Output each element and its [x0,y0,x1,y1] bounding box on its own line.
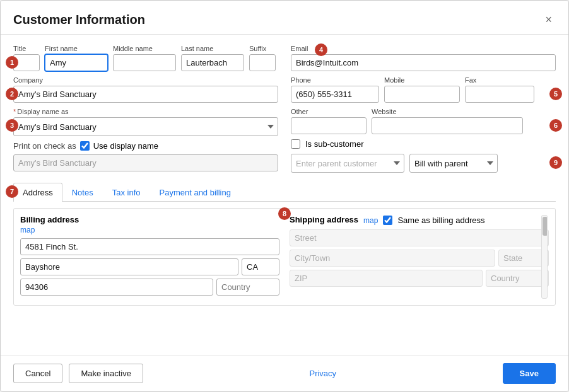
billing-street-input[interactable] [20,238,279,255]
print-check-row: Print on check as Use display name [13,141,278,151]
mobile-group: Mobile [384,76,460,103]
subcustomer-label: Is sub-customer [305,139,363,149]
tab-payment-billing[interactable]: Payment and billing [150,183,240,202]
lastname-group: Last name [181,45,244,71]
fax-label: Fax [465,76,534,84]
phone-group: Phone [291,76,379,103]
display-name-select[interactable]: Amy's Bird Sanctuary [13,117,278,136]
billing-zip-country-row [20,279,279,296]
suffix-label: Suffix [249,45,276,52]
title-input[interactable] [13,54,40,71]
subcustomer-checkbox[interactable] [291,139,300,149]
shipping-city-placeholder: City/Town [290,250,495,267]
print-check-label: Print on check as [13,141,76,151]
email-label: Email [291,45,556,52]
shipping-map-link[interactable]: map [363,216,378,225]
other-group: Other [291,108,367,134]
title-label: Title [13,45,40,52]
lastname-label: Last name [181,45,244,52]
middlename-label: Middle name [113,45,176,52]
modal-title: Customer Information [13,13,145,27]
cancel-button[interactable]: Cancel [13,364,62,383]
other-website-row: Other Website [291,108,556,134]
use-display-name-label: Use display name [93,141,158,151]
suffix-group: Suffix [249,45,276,71]
form-left: 1 Title First name Middle name [13,45,278,176]
form-top-section: 1 Title First name Middle name [13,45,556,176]
other-input[interactable] [291,117,367,134]
modal-body: 1 Title First name Middle name [1,35,568,355]
firstname-label: First name [45,45,108,52]
close-button[interactable]: × [541,12,556,28]
parent-customer-select[interactable]: Enter parent customer [291,154,404,173]
parent-row: Enter parent customer Bill with parent [291,154,556,173]
tab-notes[interactable]: Notes [62,183,103,202]
same-as-billing-label: Same as billing address [397,216,484,225]
address-section: Billing address map Shipping add [20,215,549,299]
billing-title: Billing address [20,215,279,224]
fax-input[interactable] [465,86,534,103]
lastname-input[interactable] [181,54,244,71]
same-as-billing-checkbox[interactable] [383,216,392,225]
firstname-group: First name [45,45,108,71]
suffix-input[interactable] [249,54,276,71]
company-group: Company [13,76,278,103]
mobile-input[interactable] [384,86,460,103]
shipping-address: Shipping address map Same as billing add… [290,215,549,299]
privacy-link[interactable]: Privacy [309,369,336,378]
billing-city-input[interactable] [20,258,238,275]
email-input[interactable] [291,54,556,71]
website-group: Website [372,108,523,134]
company-input[interactable] [13,86,278,103]
shipping-country-placeholder: Country [486,270,549,287]
tab-tax-info[interactable]: Tax info [103,183,150,202]
modal-header: Customer Information × [1,1,568,35]
billing-country-input[interactable] [216,279,279,296]
tabs-container: 7 Address Notes Tax info Payment and bil… [13,183,556,202]
form-right: 4 Email 5 Phone Mobile [291,45,556,176]
middlename-group: Middle name [113,45,176,71]
tab-address[interactable]: Address [13,183,62,202]
required-star: * [13,108,16,115]
phone-label: Phone [291,76,379,84]
email-group: Email [291,45,556,71]
firstname-input[interactable] [45,54,108,71]
shipping-title: Shipping address [290,215,358,224]
mobile-label: Mobile [384,76,460,84]
use-display-name-checkbox[interactable] [80,141,90,151]
tabs-bar: Address Notes Tax info Payment and billi… [13,183,556,202]
footer-left: Cancel Make inactive [13,364,143,383]
display-name-label: *Display name as [13,108,278,115]
subcustomer-row: Is sub-customer [291,139,556,149]
billing-map-link[interactable]: map [20,226,279,234]
print-check-input[interactable] [13,154,278,171]
title-group: Title [13,45,40,71]
billing-state-input[interactable] [242,258,279,275]
website-label: Website [372,108,523,115]
company-label: Company [13,76,278,84]
modal: Customer Information × 1 Title First n [0,0,569,392]
billing-address: Billing address map [20,215,279,299]
modal-footer: Cancel Make inactive Privacy Save [1,355,568,391]
display-name-group: *Display name as Amy's Bird Sanctuary [13,108,278,136]
name-fields-row: Title First name Middle name Last n [13,45,278,71]
billing-zip-input[interactable] [20,279,213,296]
save-button[interactable]: Save [503,363,556,384]
billing-city-state-row [20,258,279,275]
make-inactive-button[interactable]: Make inactive [69,364,143,383]
website-input[interactable] [372,117,523,134]
middlename-input[interactable] [113,54,176,71]
bill-with-select[interactable]: Bill with parent [409,154,498,173]
shipping-street-placeholder: Street [290,229,549,246]
shipping-header: Shipping address map Same as billing add… [290,215,549,226]
phone-row: Phone Mobile Fax [291,76,556,103]
shipping-zip-placeholder: ZIP [290,270,483,287]
fax-group: Fax [465,76,534,103]
other-label: Other [291,108,367,115]
footer-right: Save [503,363,556,384]
phone-input[interactable] [291,86,379,103]
